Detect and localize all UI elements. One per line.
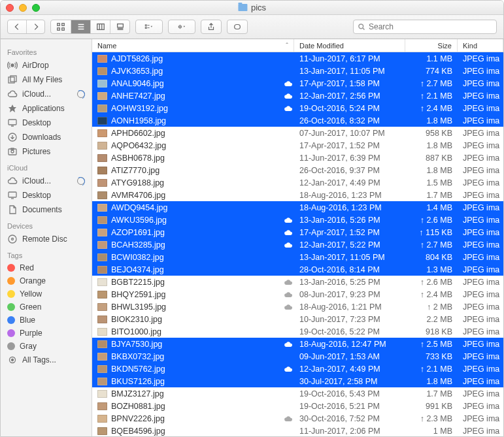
file-thumbnail-icon bbox=[97, 154, 107, 162]
file-row[interactable]: AZOP1691.jpg17-Apr-2017, 1:52 PM↑ 115 KB… bbox=[92, 226, 503, 238]
file-row[interactable]: AONH1958.jpg26-Oct-2016, 8:32 PM 1.8 MBJ… bbox=[92, 114, 503, 127]
file-kind: JPEG ima bbox=[458, 166, 503, 175]
file-name-cell: BKUS7126.jpg bbox=[92, 377, 282, 386]
sidebar-item[interactable]: Purple bbox=[1, 327, 92, 340]
close-button[interactable] bbox=[6, 4, 14, 12]
search-field[interactable] bbox=[353, 20, 497, 34]
icon-view-button[interactable] bbox=[51, 20, 71, 33]
file-thumbnail-icon bbox=[97, 291, 107, 299]
file-row[interactable]: BOZH0881.jpg19-Oct-2016, 5:21 PM 991 KBJ… bbox=[92, 400, 503, 412]
svg-rect-19 bbox=[235, 25, 241, 29]
minimize-button[interactable] bbox=[19, 4, 27, 12]
arrange-button[interactable] bbox=[136, 20, 162, 33]
action-button[interactable] bbox=[169, 20, 195, 33]
file-name: AVMR4706.jpg bbox=[111, 191, 165, 200]
forward-button[interactable] bbox=[26, 20, 44, 33]
file-row[interactable]: AWKU3596.jpg13-Jan-2016, 5:26 PM↑ 2.6 MB… bbox=[92, 214, 503, 226]
file-row[interactable]: BCAH3285.jpg12-Jan-2017, 5:22 PM↑ 2.7 MB… bbox=[92, 238, 503, 251]
file-row[interactable]: BKDN5762.jpg12-Jan-2017, 4:49 PM↑ 2.1 MB… bbox=[92, 363, 503, 375]
sidebar-item[interactable]: All Tags... bbox=[1, 353, 92, 367]
file-name-cell: BKBX0732.jpg bbox=[92, 352, 282, 361]
file-kind: JPEG ima bbox=[458, 253, 503, 262]
sidebar-item[interactable]: Remote Disc bbox=[1, 232, 92, 246]
file-row[interactable]: AQPO6432.jpg17-Apr-2017, 1:52 PM 1.8 MBJ… bbox=[92, 139, 503, 152]
file-kind: JPEG ima bbox=[458, 154, 503, 163]
sidebar-item[interactable]: iCloud... bbox=[1, 174, 92, 188]
file-row[interactable]: BGBT2215.jpg13-Jan-2016, 5:25 PM↑ 2.6 MB… bbox=[92, 276, 503, 288]
file-name: BPNV2226.jpg bbox=[111, 414, 165, 423]
sidebar-item-label: Yellow bbox=[20, 289, 42, 299]
file-row[interactable]: BKBX0732.jpg09-Jun-2017, 1:53 AM 733 KBJ… bbox=[92, 350, 503, 363]
sidebar-item[interactable]: Orange bbox=[1, 274, 92, 287]
file-row[interactable]: BPNV2226.jpg30-Oct-2016, 7:52 PM↑ 2.3 MB… bbox=[92, 412, 503, 425]
file-row[interactable]: AWDQ9454.jpg18-Aug-2016, 1:23 PM 1.4 MBJ… bbox=[92, 201, 503, 214]
cloud-status-icon bbox=[282, 415, 294, 422]
file-name: BCAH3285.jpg bbox=[111, 240, 165, 250]
header-name[interactable]: Nameˆ bbox=[92, 39, 294, 52]
file-name: ANAL9046.jpg bbox=[111, 79, 164, 88]
file-row[interactable]: BEJO4374.jpg28-Oct-2016, 8:14 PM 1.3 MBJ… bbox=[92, 263, 503, 276]
file-row[interactable]: BHWL3195.jpg18-Aug-2016, 1:21 PM↑ 2 MBJP… bbox=[92, 300, 503, 313]
file-row[interactable]: BJYA7530.jpg18-Aug-2016, 12:47 PM↑ 2.5 M… bbox=[92, 338, 503, 350]
file-row[interactable]: AJVK3653.jpg13-Jan-2017, 11:05 PM 774 KB… bbox=[92, 65, 503, 77]
coverflow-view-button[interactable] bbox=[110, 20, 129, 33]
file-row[interactable]: AOHW3192.jpg19-Oct-2016, 5:24 PM↑ 2.4 MB… bbox=[92, 102, 503, 114]
file-row[interactable]: BITO1000.jpg19-Oct-2016, 5:22 PM 918 KBJ… bbox=[92, 325, 503, 338]
sidebar-item[interactable]: All My Files bbox=[1, 73, 92, 87]
file-row[interactable]: BHQY2591.jpg08-Jun-2017, 9:23 PM↑ 2.4 MB… bbox=[92, 288, 503, 300]
file-row[interactable]: ANHE7427.jpg12-Jan-2017, 2:56 PM↑ 2.1 MB… bbox=[92, 89, 503, 102]
cloud-status-icon bbox=[282, 241, 294, 248]
file-kind: JPEG ima bbox=[458, 278, 503, 287]
sidebar-item[interactable]: Desktop bbox=[1, 116, 92, 130]
sidebar-item[interactable]: Red bbox=[1, 261, 92, 274]
sidebar-item[interactable]: Applications bbox=[1, 101, 92, 116]
file-row[interactable]: BIOK2310.jpg10-Jun-2017, 7:23 PM 2.2 MBJ… bbox=[92, 313, 503, 325]
action-menu[interactable] bbox=[168, 20, 195, 34]
file-row[interactable]: AJDT5826.jpg11-Jun-2017, 6:17 PM 1.1 MBJ… bbox=[92, 52, 503, 65]
sidebar-item[interactable]: iCloud... bbox=[1, 87, 92, 101]
header-size[interactable]: Size bbox=[405, 39, 458, 52]
file-name-cell: ATIZ7770.jpg bbox=[92, 166, 282, 175]
file-name-cell: AJVK3653.jpg bbox=[92, 67, 282, 76]
share-button[interactable] bbox=[201, 20, 222, 34]
file-name-cell: AOHW3192.jpg bbox=[92, 104, 282, 113]
file-row[interactable]: ATIZ7770.jpg26-Oct-2016, 9:37 PM 1.8 MBJ… bbox=[92, 164, 503, 176]
sidebar-item[interactable]: Desktop bbox=[1, 188, 92, 202]
sidebar-item[interactable]: Documents bbox=[1, 202, 92, 217]
file-row[interactable]: BQEB4596.jpg11-Jun-2017, 2:06 PM 1 MBJPE… bbox=[92, 425, 503, 436]
file-row[interactable]: BMJZ3127.jpg19-Oct-2016, 5:43 PM 1.7 MBJ… bbox=[92, 387, 503, 400]
file-thumbnail-icon bbox=[97, 55, 107, 63]
header-kind[interactable]: Kind bbox=[458, 39, 503, 52]
list-view-button[interactable] bbox=[71, 20, 90, 33]
file-row[interactable]: ANAL9046.jpg17-Apr-2017, 1:58 PM↑ 2.7 MB… bbox=[92, 77, 503, 89]
file-row[interactable]: AVMR4706.jpg18-Aug-2016, 1:23 PM 1.7 MBJ… bbox=[92, 189, 503, 201]
file-size: 1 MB bbox=[405, 427, 458, 436]
file-row[interactable]: APHD6602.jpg07-Jun-2017, 10:07 PM 958 KB… bbox=[92, 127, 503, 139]
file-name: BKDN5762.jpg bbox=[111, 364, 165, 374]
file-row[interactable]: BKUS7126.jpg30-Jul-2017, 2:58 PM 1.8 MBJ… bbox=[92, 375, 503, 387]
documents-icon bbox=[7, 204, 18, 215]
tags-button[interactable] bbox=[227, 20, 248, 34]
sidebar-item[interactable]: Downloads bbox=[1, 130, 92, 144]
sidebar-item[interactable]: AirDrop bbox=[1, 58, 92, 73]
file-row[interactable]: ASBH0678.jpg11-Jun-2017, 6:39 PM 887 KBJ… bbox=[92, 152, 503, 164]
file-row[interactable]: BCWI0382.jpg13-Jan-2017, 11:05 PM 804 KB… bbox=[92, 251, 503, 263]
cloud-status-icon bbox=[282, 92, 294, 99]
search-input[interactable] bbox=[369, 22, 492, 31]
sidebar-item[interactable]: Gray bbox=[1, 340, 92, 353]
sidebar-section-header: Tags bbox=[1, 246, 92, 261]
file-date: 30-Oct-2016, 7:52 PM bbox=[294, 414, 405, 423]
back-button[interactable] bbox=[8, 20, 26, 33]
sidebar-item[interactable]: Green bbox=[1, 300, 92, 314]
sidebar-item[interactable]: Blue bbox=[1, 314, 92, 327]
file-size: ↑ 2.7 MB bbox=[405, 79, 458, 88]
file-row[interactable]: ATYG9188.jpg12-Jan-2017, 4:49 PM 1.5 MBJ… bbox=[92, 176, 503, 189]
header-date[interactable]: Date Modified bbox=[294, 39, 405, 52]
sidebar-item[interactable]: Yellow bbox=[1, 287, 92, 300]
file-size: ↑ 115 KB bbox=[405, 228, 458, 237]
zoom-button[interactable] bbox=[32, 4, 40, 12]
sidebar-item[interactable]: Pictures bbox=[1, 144, 92, 159]
file-size: 2.2 MB bbox=[405, 315, 458, 324]
column-view-button[interactable] bbox=[90, 20, 110, 33]
arrange-menu[interactable] bbox=[135, 20, 163, 34]
